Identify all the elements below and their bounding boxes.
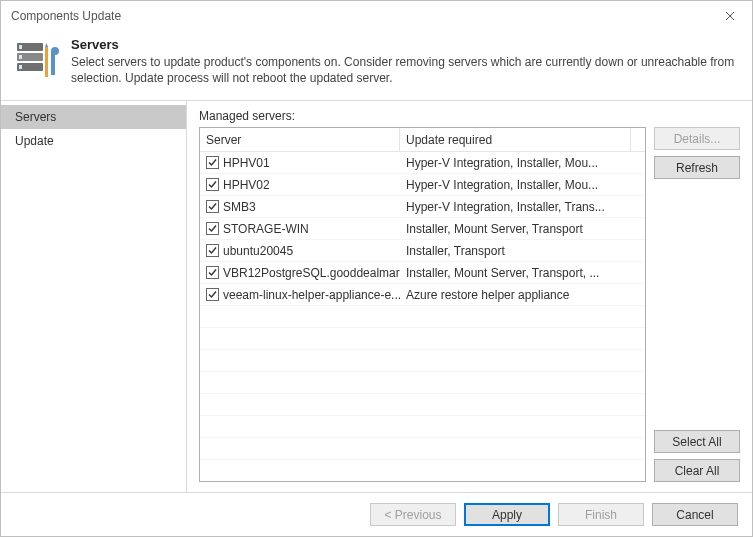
table-row[interactable]: STORAGE-WINInstaller, Mount Server, Tran… [200,218,645,240]
server-name: STORAGE-WIN [223,222,309,236]
sidebar-item-label: Servers [15,110,56,124]
svg-rect-4 [19,55,22,59]
update-required-cell: Hyper-V Integration, Installer, Mou... [400,156,645,170]
server-tools-icon [15,37,59,81]
server-name: SMB3 [223,200,256,214]
sidebar-item-servers[interactable]: Servers [1,105,186,129]
table-row[interactable]: HPHV01Hyper-V Integration, Installer, Mo… [200,152,645,174]
row-checkbox[interactable] [206,266,219,279]
server-name: HPHV01 [223,156,270,170]
table-row[interactable]: VBR12PostgreSQL.gooddealmar...Installer,… [200,262,645,284]
window-title: Components Update [11,9,708,23]
sidebar: ServersUpdate [1,101,187,492]
table-row[interactable]: SMB3Hyper-V Integration, Installer, Tran… [200,196,645,218]
server-name: veeam-linux-helper-appliance-e... [223,288,400,302]
cancel-button[interactable]: Cancel [652,503,738,526]
server-name: VBR12PostgreSQL.gooddealmar... [223,266,400,280]
select-all-button[interactable]: Select All [654,430,740,453]
server-cell: ubuntu20045 [200,244,400,258]
body: ServersUpdate Managed servers: Server Up… [1,101,752,492]
finish-button[interactable]: Finish [558,503,644,526]
table-row-empty [200,394,645,416]
table-row-empty [200,372,645,394]
update-required-cell: Hyper-V Integration, Installer, Trans... [400,200,645,214]
update-required-cell: Installer, Mount Server, Transport, ... [400,266,645,280]
row-checkbox[interactable] [206,156,219,169]
table-row-empty [200,416,645,438]
table-row[interactable]: veeam-linux-helper-appliance-e...Azure r… [200,284,645,306]
table-row[interactable]: HPHV02Hyper-V Integration, Installer, Mo… [200,174,645,196]
refresh-button[interactable]: Refresh [654,156,740,179]
details-button[interactable]: Details... [654,127,740,150]
close-icon [725,8,735,24]
update-required-cell: Azure restore helper appliance [400,288,645,302]
column-update-required[interactable]: Update required [400,128,631,151]
update-required-cell: Installer, Mount Server, Transport [400,222,645,236]
row-checkbox[interactable] [206,178,219,191]
row-checkbox[interactable] [206,244,219,257]
server-name: HPHV02 [223,178,270,192]
svg-rect-5 [19,65,22,69]
server-cell: HPHV01 [200,156,400,170]
managed-servers-label: Managed servers: [199,109,740,123]
table-row-empty [200,306,645,328]
update-required-cell: Hyper-V Integration, Installer, Mou... [400,178,645,192]
server-cell: HPHV02 [200,178,400,192]
titlebar: Components Update [1,1,752,31]
header-text: Servers Select servers to update product… [71,37,738,86]
server-cell: VBR12PostgreSQL.gooddealmar... [200,266,400,280]
sidebar-item-update[interactable]: Update [1,129,186,153]
close-button[interactable] [708,1,752,31]
row-checkbox[interactable] [206,222,219,235]
table-header: Server Update required [200,128,645,152]
side-buttons: Details... Refresh Select All Clear All [654,127,740,482]
row-checkbox[interactable] [206,200,219,213]
previous-button[interactable]: < Previous [370,503,456,526]
apply-button[interactable]: Apply [464,503,550,526]
update-required-cell: Installer, Transport [400,244,645,258]
table-row-empty [200,460,645,481]
header-description: Select servers to update product's compo… [71,54,738,86]
clear-all-button[interactable]: Clear All [654,459,740,482]
svg-rect-6 [45,47,48,77]
table-body: HPHV01Hyper-V Integration, Installer, Mo… [200,152,645,481]
server-cell: veeam-linux-helper-appliance-e... [200,288,400,302]
footer: < Previous Apply Finish Cancel [1,492,752,536]
main-panel: Managed servers: Server Update required … [187,101,752,492]
header-title: Servers [71,37,738,52]
sidebar-item-label: Update [15,134,54,148]
table-row[interactable]: ubuntu20045Installer, Transport [200,240,645,262]
header: Servers Select servers to update product… [1,31,752,101]
column-spacer [631,128,645,151]
table-row-empty [200,328,645,350]
column-server[interactable]: Server [200,128,400,151]
dialog-window: Components Update Servers Select serve [0,0,753,537]
server-name: ubuntu20045 [223,244,293,258]
server-cell: SMB3 [200,200,400,214]
row-checkbox[interactable] [206,288,219,301]
svg-rect-3 [19,45,22,49]
servers-table: Server Update required HPHV01Hyper-V Int… [199,127,646,482]
table-row-empty [200,350,645,372]
table-row-empty [200,438,645,460]
server-cell: STORAGE-WIN [200,222,400,236]
